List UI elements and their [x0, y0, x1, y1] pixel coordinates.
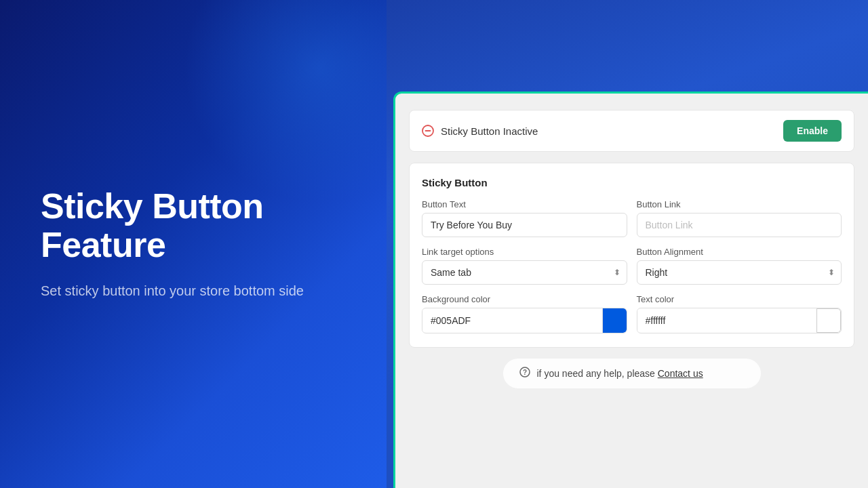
help-message: if you need any help, please: [537, 368, 655, 379]
button-link-input[interactable]: [637, 213, 842, 237]
button-alignment-label: Button Alignment: [637, 247, 842, 257]
link-target-group: Link target options Same tab New tab ⬍: [422, 247, 627, 285]
button-text-input[interactable]: [422, 213, 627, 237]
text-color-group: Text color: [637, 294, 842, 333]
hero-subtitle: Set sticky button into your store bottom…: [41, 281, 346, 301]
right-panel: Sticky Button Inactive Enable Sticky But…: [387, 0, 868, 488]
help-bar: ? if you need any help, please Contact u…: [503, 359, 761, 388]
status-text: Sticky Button Inactive: [441, 125, 538, 137]
link-target-label: Link target options: [422, 247, 627, 257]
text-color-input-wrapper: [637, 308, 842, 333]
contact-us-link[interactable]: Contact us: [658, 368, 703, 379]
text-color-text-input[interactable]: [637, 309, 817, 332]
left-panel: Sticky Button Feature Set sticky button …: [0, 0, 387, 488]
app-container: Sticky Button Inactive Enable Sticky But…: [393, 92, 868, 488]
help-text: if you need any help, please Contact us: [537, 368, 703, 379]
button-alignment-select[interactable]: Left Center Right: [637, 260, 842, 285]
bg-color-input-wrapper: [422, 308, 627, 333]
button-link-group: Button Link: [637, 199, 842, 237]
button-alignment-group: Button Alignment Left Center Right ⬍: [637, 247, 842, 285]
bg-color-label: Background color: [422, 294, 627, 304]
text-color-swatch[interactable]: [816, 308, 841, 333]
help-icon: ?: [519, 367, 530, 380]
hero-title: Sticky Button Feature: [41, 187, 346, 264]
link-target-select[interactable]: Same tab New tab: [422, 260, 627, 285]
status-left: Sticky Button Inactive: [422, 125, 538, 137]
inactive-icon: [422, 125, 434, 137]
status-bar: Sticky Button Inactive Enable: [409, 110, 854, 152]
button-text-group: Button Text: [422, 199, 627, 237]
text-color-label: Text color: [637, 294, 842, 304]
svg-text:?: ?: [522, 369, 526, 376]
card-title: Sticky Button: [422, 177, 842, 188]
enable-button[interactable]: Enable: [783, 120, 842, 142]
button-alignment-wrapper: Left Center Right ⬍: [637, 260, 842, 285]
link-target-wrapper: Same tab New tab ⬍: [422, 260, 627, 285]
sticky-button-card: Sticky Button Button Text Button Link: [409, 163, 854, 348]
button-text-label: Button Text: [422, 199, 627, 209]
button-link-label: Button Link: [637, 199, 842, 209]
bg-color-text-input[interactable]: [422, 309, 602, 332]
bg-color-swatch[interactable]: [602, 308, 627, 333]
bg-color-group: Background color: [422, 294, 627, 333]
